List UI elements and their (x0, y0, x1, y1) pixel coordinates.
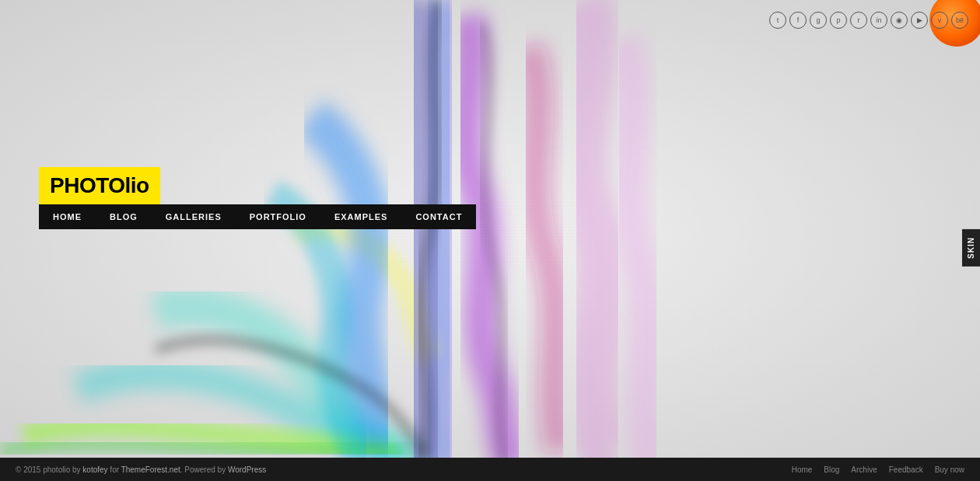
powered-text: . Powered by (180, 465, 228, 474)
skin-switcher-button[interactable]: SKIN (962, 229, 980, 267)
twitter-icon[interactable]: t (769, 12, 786, 29)
nav-item-galleries[interactable]: GALLERIES (152, 204, 236, 229)
footer-copyright: © 2015 photolio by kotofey for ThemeFore… (16, 465, 266, 474)
behance-icon[interactable]: bē (951, 12, 968, 29)
nav-item-blog[interactable]: BLOG (96, 204, 152, 229)
footer-links: Home Blog Archive Feedback Buy now (792, 465, 964, 474)
footer-link-archive[interactable]: Archive (851, 465, 877, 474)
for-text: for (108, 465, 121, 474)
googleplus-icon[interactable]: g (810, 12, 827, 29)
vimeo-icon[interactable]: v (931, 12, 948, 29)
site-footer: © 2015 photolio by kotofey for ThemeFore… (0, 458, 980, 481)
nav-item-portfolio[interactable]: PORTFOLIO (236, 204, 320, 229)
nav-item-home[interactable]: HOME (39, 204, 96, 229)
copyright-text: © 2015 photolio by (16, 465, 82, 474)
linkedin-icon[interactable]: in (870, 12, 887, 29)
themeforest-link[interactable]: ThemeForest.net (121, 465, 180, 474)
footer-link-buynow[interactable]: Buy now (935, 465, 964, 474)
nav-item-examples[interactable]: EXAMPLES (320, 204, 402, 229)
reddit-icon[interactable]: r (850, 12, 867, 29)
author-link[interactable]: kotofey (82, 465, 107, 474)
social-icons-bar: t f g p r in ◉ ▶ v bē (769, 12, 968, 29)
footer-link-feedback[interactable]: Feedback (889, 465, 923, 474)
nav-item-contact[interactable]: CONTACT (401, 204, 476, 229)
rss-icon[interactable]: ◉ (891, 12, 908, 29)
footer-link-blog[interactable]: Blog (824, 465, 839, 474)
facebook-icon[interactable]: f (789, 12, 807, 29)
main-navigation: HOME BLOG GALLERIES PORTFOLIO EXAMPLES C… (39, 204, 476, 229)
youtube-icon[interactable]: ▶ (911, 12, 928, 29)
footer-link-home[interactable]: Home (792, 465, 813, 474)
hero-background (0, 0, 980, 466)
pinterest-icon[interactable]: p (830, 12, 847, 29)
logo-text: PHOTOlio (50, 173, 149, 197)
wordpress-link[interactable]: WordPress (228, 465, 266, 474)
site-logo[interactable]: PHOTOlio (39, 167, 160, 204)
site-header: PHOTOlio HOME BLOG GALLERIES PORTFOLIO E… (39, 167, 476, 229)
